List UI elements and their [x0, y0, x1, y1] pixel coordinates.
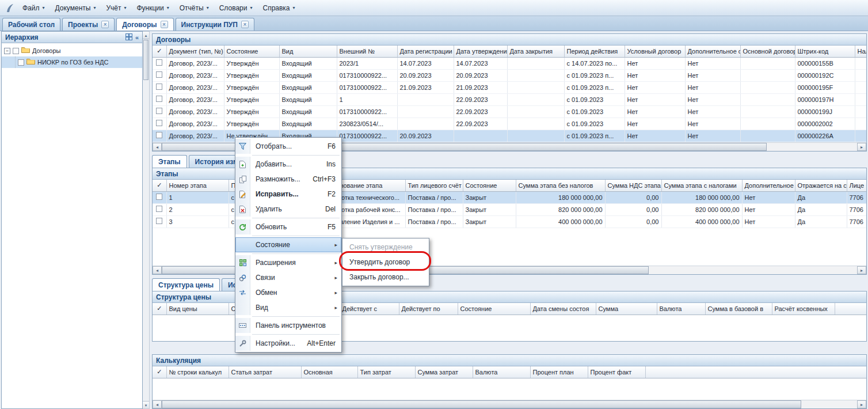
- column-header[interactable]: Штрих-код: [795, 46, 855, 57]
- menu-item-view[interactable]: Вид ▸: [235, 300, 341, 315]
- column-header[interactable]: Валюта: [473, 366, 530, 378]
- column-header[interactable]: Состояние: [458, 303, 530, 315]
- menu-accounting[interactable]: Учёт▾: [101, 1, 131, 15]
- grid-view-icon[interactable]: [125, 33, 132, 41]
- select-all-header[interactable]: ✓: [153, 180, 166, 191]
- row-checkbox[interactable]: [156, 71, 162, 78]
- contract-row[interactable]: Договор, 2023/...УтверждёнВходящий017310…: [153, 81, 866, 93]
- scrollbar-thumb[interactable]: [143, 40, 149, 80]
- column-header[interactable]: Основной договор: [740, 46, 795, 57]
- column-header[interactable]: Условный договор: [625, 46, 685, 57]
- menu-dictionaries[interactable]: Словари▾: [214, 1, 258, 15]
- menu-item-toolbar[interactable]: Панель инструментов: [235, 318, 341, 333]
- select-all-header[interactable]: ✓: [153, 366, 166, 378]
- column-header[interactable]: Тип лицевого счёт: [405, 180, 463, 191]
- row-checkbox[interactable]: [156, 108, 162, 114]
- row-checkbox[interactable]: [156, 96, 162, 102]
- tree-expander-icon[interactable]: −: [4, 48, 10, 54]
- column-header[interactable]: Дата смены состоя: [530, 303, 596, 315]
- tab-price-structure[interactable]: Структура цены: [152, 278, 220, 291]
- column-header[interactable]: Вид цены: [166, 303, 229, 315]
- contract-row[interactable]: Договор, 2023/...УтверждёнВходящий017310…: [153, 105, 866, 118]
- column-header[interactable]: Вид: [279, 46, 337, 57]
- column-header[interactable]: Сумма в базовой в: [705, 303, 772, 315]
- column-header[interactable]: Процент факт: [588, 366, 645, 378]
- column-header[interactable]: Дополнительное с: [685, 46, 740, 57]
- menu-item-extensions[interactable]: Расширения ▸: [235, 255, 341, 270]
- tab-instructions[interactable]: Инструкции ПУП×: [176, 18, 254, 31]
- tab-stages[interactable]: Этапы: [152, 155, 187, 168]
- menu-file[interactable]: Файл▾: [17, 1, 50, 15]
- contract-row[interactable]: Договор, 2023/...УтверждёнВходящий2023/1…: [153, 57, 866, 69]
- scroll-up-icon[interactable]: ▴: [143, 32, 149, 39]
- row-checkbox[interactable]: [156, 59, 162, 66]
- column-header[interactable]: Валюта: [657, 303, 705, 315]
- row-checkbox[interactable]: [156, 194, 162, 200]
- select-all-header[interactable]: ✓: [153, 303, 166, 315]
- submenu-item-approve-contract[interactable]: Утвердить договор: [342, 255, 429, 270]
- scroll-right-icon[interactable]: ▸: [857, 266, 866, 274]
- column-header[interactable]: Нало: [855, 46, 866, 57]
- column-header[interactable]: Сумма НДС этапа: [605, 180, 661, 191]
- menu-item-refresh[interactable]: Обновить F5: [235, 219, 341, 234]
- column-header[interactable]: Дата утверждения: [454, 46, 507, 57]
- column-header[interactable]: Состояние: [463, 180, 516, 191]
- contract-row[interactable]: Договор, 2023/...УтверждёнВходящий122.09…: [153, 93, 866, 105]
- row-checkbox[interactable]: [156, 218, 162, 224]
- menu-reports[interactable]: Отчёты▾: [174, 1, 214, 15]
- row-checkbox[interactable]: [156, 120, 162, 126]
- scrollbar-thumb[interactable]: [162, 400, 801, 408]
- column-header[interactable]: Состояние: [224, 46, 279, 57]
- scroll-down-icon[interactable]: ▾: [143, 401, 149, 408]
- scroll-left-icon[interactable]: ◂: [153, 400, 162, 408]
- select-all-header[interactable]: ✓: [153, 46, 166, 57]
- scrollbar-track[interactable]: [162, 400, 857, 408]
- scroll-left-icon[interactable]: ◂: [153, 143, 162, 151]
- scroll-right-icon[interactable]: ▸: [857, 143, 866, 151]
- menu-help[interactable]: Справка▾: [257, 1, 300, 15]
- tab-projects[interactable]: Проекты×: [62, 18, 115, 31]
- column-header[interactable]: Отражается на су: [795, 180, 847, 191]
- contract-row[interactable]: Договор, 2023/...УтверждёнВходящий230823…: [153, 118, 866, 130]
- tree-node-contracts[interactable]: − Договоры: [2, 45, 142, 56]
- column-header[interactable]: Действует по: [399, 303, 458, 315]
- scroll-right-icon[interactable]: ▸: [857, 400, 866, 408]
- calculation-hscrollbar[interactable]: ◂ ▸: [153, 400, 866, 408]
- column-header[interactable]: Номер этапа: [166, 180, 229, 191]
- close-icon[interactable]: ×: [241, 21, 249, 28]
- column-header[interactable]: Сумма этапа без налогов: [516, 180, 605, 191]
- menu-item-duplicate[interactable]: Размножить... Ctrl+F3: [235, 172, 341, 187]
- close-icon[interactable]: ×: [101, 21, 109, 28]
- column-header[interactable]: Дата закрытия: [507, 46, 564, 57]
- menu-documents[interactable]: Документы▾: [50, 1, 101, 15]
- menu-item-edit[interactable]: Исправить... F2: [235, 187, 341, 202]
- tree-checkbox[interactable]: [13, 48, 19, 54]
- scroll-left-icon[interactable]: ◂: [153, 266, 162, 274]
- column-header[interactable]: Тип затрат: [357, 366, 415, 378]
- menu-item-settings[interactable]: Настройки... Alt+Enter: [235, 336, 341, 351]
- column-header[interactable]: Сумма затрат: [415, 366, 473, 378]
- column-header[interactable]: Сумма этапа с налогами: [661, 180, 742, 191]
- column-header[interactable]: Действует с: [340, 303, 399, 315]
- contract-row[interactable]: Договор, 2023/...УтверждёнВходящий017310…: [153, 69, 866, 81]
- hierarchy-scrollbar[interactable]: ▴ ▾: [143, 31, 150, 409]
- row-checkbox[interactable]: [156, 84, 162, 90]
- column-header[interactable]: Внешний №: [337, 46, 397, 57]
- tree-node-niokr[interactable]: НИОКР по ГОЗ без НДС: [2, 56, 142, 68]
- column-header[interactable]: Документ (тип, №): [166, 46, 224, 57]
- collapse-panel-icon[interactable]: «: [135, 34, 139, 41]
- menu-item-links[interactable]: Связи ▸: [235, 270, 341, 285]
- column-header[interactable]: Дата регистрации: [397, 46, 454, 57]
- column-header[interactable]: Основная: [301, 366, 357, 378]
- menu-functions[interactable]: Функции▾: [131, 1, 174, 15]
- menu-item-state[interactable]: Состояние ▸: [235, 237, 341, 252]
- column-header[interactable]: Дополнительное с: [742, 180, 795, 191]
- close-icon[interactable]: ×: [161, 21, 168, 28]
- column-header[interactable]: Период действия: [564, 46, 625, 57]
- column-header[interactable]: Лице: [847, 180, 866, 191]
- row-checkbox[interactable]: [156, 206, 162, 212]
- tab-contracts[interactable]: Договоры×: [116, 18, 173, 31]
- column-header[interactable]: Статья затрат: [229, 366, 301, 378]
- menu-item-add[interactable]: Добавить... Ins: [235, 157, 341, 172]
- column-header[interactable]: Сумма: [596, 303, 657, 315]
